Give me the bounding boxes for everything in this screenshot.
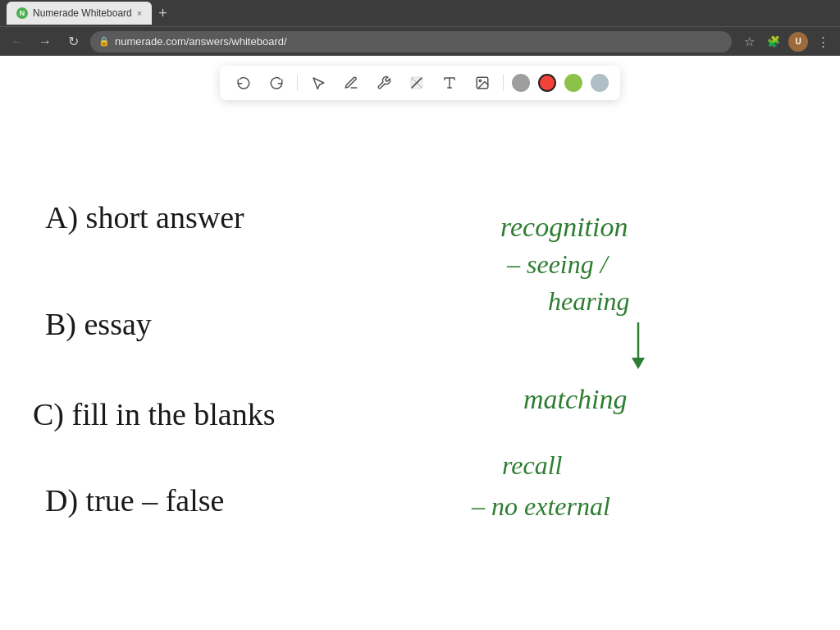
refresh-button[interactable]: ↻	[62, 31, 84, 52]
color-swatch-blue-gray[interactable]	[591, 74, 609, 92]
svg-point-7	[479, 80, 481, 81]
whiteboard-svg: A) short answer B) essay C) fill in the …	[0, 56, 840, 630]
separator-2	[503, 75, 504, 91]
tab-bar: N Numerade Whiteboard × +	[7, 2, 833, 25]
browser-chrome: N Numerade Whiteboard × +	[0, 0, 840, 26]
arrow-head	[632, 358, 645, 369]
item-c-text: C) fill in the blanks	[33, 397, 276, 432]
toolbar	[220, 66, 620, 100]
item-hearing-text: hearing	[548, 286, 630, 316]
main-content: A) short answer B) essay C) fill in the …	[0, 56, 840, 630]
active-tab[interactable]: N Numerade Whiteboard ×	[7, 2, 152, 25]
tab-title: Numerade Whiteboard	[33, 7, 132, 19]
item-a-text: A) short answer	[45, 200, 244, 235]
lock-icon: 🔒	[98, 36, 110, 47]
address-bar[interactable]: 🔒 numerade.com/answers/whiteboard/	[90, 31, 732, 52]
whiteboard-canvas[interactable]: A) short answer B) essay C) fill in the …	[0, 56, 840, 630]
item-d-text: D) true – false	[45, 483, 224, 518]
tools-button[interactable]	[372, 71, 396, 95]
tab-close-button[interactable]: ×	[137, 8, 142, 18]
extensions-icon[interactable]: 🧩	[763, 31, 784, 52]
item-recall-text: recall	[502, 450, 563, 480]
new-tab-button[interactable]: +	[155, 5, 171, 22]
item-seeing-text: – seeing /	[506, 249, 610, 279]
redo-button[interactable]	[264, 71, 289, 95]
profile-avatar: U	[788, 32, 808, 52]
url-text: numerade.com/answers/whiteboard/	[115, 35, 287, 48]
color-swatch-green[interactable]	[564, 74, 582, 92]
tab-favicon: N	[16, 7, 28, 19]
select-tool-button[interactable]	[306, 71, 331, 95]
nav-actions: ☆ 🧩 U ⋮	[738, 31, 833, 52]
undo-button[interactable]	[231, 71, 256, 95]
menu-icon[interactable]: ⋮	[812, 31, 833, 52]
bookmark-icon[interactable]: ☆	[738, 31, 760, 52]
image-tool-button[interactable]	[470, 71, 495, 95]
forward-button[interactable]: →	[34, 31, 56, 52]
pencil-tool-button[interactable]	[339, 71, 363, 95]
item-b-text: B) essay	[45, 307, 152, 342]
eraser-tool-button[interactable]	[404, 71, 429, 95]
color-swatch-red[interactable]	[538, 74, 556, 92]
item-matching-text: matching	[523, 384, 628, 414]
back-button[interactable]: ←	[7, 31, 28, 52]
text-tool-button[interactable]	[437, 71, 462, 95]
nav-bar: ← → ↻ 🔒 numerade.com/answers/whiteboard/…	[0, 26, 840, 56]
item-recognition-text: recognition	[500, 212, 628, 242]
color-swatch-gray[interactable]	[512, 74, 530, 92]
separator-1	[297, 75, 298, 91]
profile-icon[interactable]: U	[788, 31, 809, 52]
item-no-external-text: – no external	[471, 491, 610, 521]
